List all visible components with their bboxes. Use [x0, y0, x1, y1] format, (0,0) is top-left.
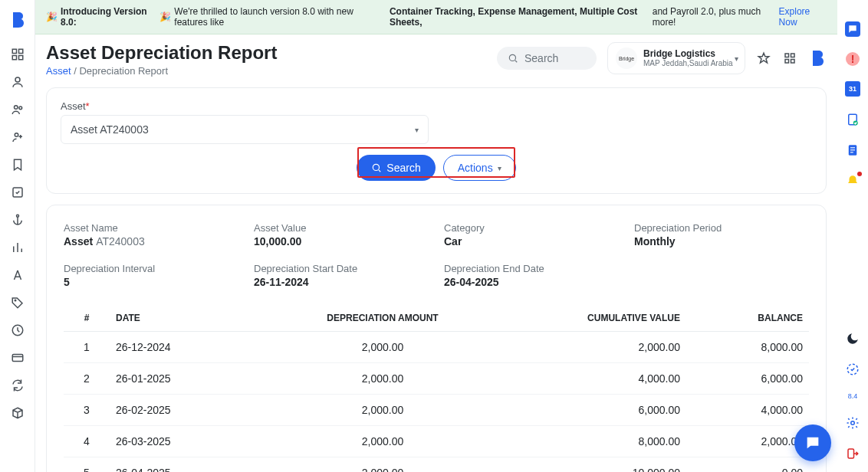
cell-date: 26-01-2025	[110, 363, 232, 395]
user-plus-icon[interactable]	[11, 130, 25, 144]
svg-rect-3	[18, 56, 22, 60]
clock-icon[interactable]	[11, 323, 25, 337]
cell-cumulative: 8,000.00	[533, 426, 686, 457]
svg-rect-26	[791, 60, 795, 64]
th-balance: BALANCE	[686, 305, 809, 332]
font-icon[interactable]	[11, 268, 25, 282]
table-row: 5 26-04-2025 2,000.00 10,000.00 0.00	[64, 457, 809, 473]
breadcrumb: Asset / Depreciation Report	[46, 65, 277, 77]
asset-value-value: 10,000.00	[254, 235, 429, 247]
search-button[interactable]: Search	[357, 155, 435, 181]
search-placeholder: Search	[524, 52, 558, 64]
tag-icon[interactable]	[11, 296, 25, 310]
svg-rect-17	[850, 149, 855, 150]
favorite-button[interactable]	[756, 51, 771, 66]
user-icon[interactable]	[11, 75, 25, 89]
anchor-icon[interactable]	[11, 213, 25, 227]
chat-bubble[interactable]	[794, 424, 831, 461]
svg-point-9	[16, 215, 18, 217]
credit-card-icon[interactable]	[11, 351, 25, 365]
banner-title: Introducing Version 8.0:	[61, 6, 156, 28]
svg-rect-21	[848, 449, 854, 458]
chevron-down-icon: ▾	[735, 54, 738, 63]
dashboard-icon[interactable]	[11, 48, 25, 61]
svg-point-22	[509, 54, 515, 61]
cell-amount: 2,000.00	[232, 395, 533, 426]
svg-rect-24	[791, 54, 795, 57]
cell-num: 2	[64, 363, 110, 395]
cell-date: 26-12-2024	[110, 332, 232, 363]
asset-select[interactable]: Asset AT240003 ▾	[61, 115, 429, 144]
cell-amount: 2,000.00	[232, 332, 533, 363]
bell-icon[interactable]	[845, 173, 860, 188]
global-search[interactable]: Search	[497, 47, 597, 70]
cube-icon[interactable]	[11, 406, 25, 420]
table-row: 3 26-02-2025 2,000.00 6,000.00 4,000.00	[64, 395, 809, 426]
svg-point-6	[18, 107, 21, 110]
bar-chart-icon[interactable]	[11, 241, 25, 254]
org-logo: Bridge	[616, 48, 637, 69]
cell-date: 26-02-2025	[110, 395, 232, 426]
svg-rect-18	[850, 152, 853, 152]
bookmark-icon[interactable]	[11, 158, 25, 172]
cell-amount: 2,000.00	[232, 363, 533, 395]
org-name: Bridge Logistics	[643, 48, 733, 59]
logout-icon[interactable]	[845, 446, 860, 461]
dark-mode-icon[interactable]	[845, 331, 860, 346]
brand-logo[interactable]	[808, 49, 827, 67]
cell-num: 4	[64, 426, 110, 457]
breadcrumb-current: Depreciation Report	[79, 65, 168, 77]
chevron-down-icon: ▾	[498, 164, 501, 172]
document-icon[interactable]	[845, 143, 860, 158]
edit-icon[interactable]	[11, 185, 25, 199]
filter-card: Asset* Asset AT240003 ▾ Search Actions ▾	[46, 87, 827, 194]
table-row: 1 26-12-2024 2,000.00 2,000.00 8,000.00	[64, 332, 809, 363]
banner-link[interactable]: Explore Now	[779, 6, 827, 28]
period-label: Depreciation Period	[634, 222, 809, 234]
cell-date: 26-03-2025	[110, 426, 232, 457]
svg-point-7	[15, 133, 18, 137]
breadcrumb-root[interactable]: Asset	[46, 65, 71, 77]
svg-point-10	[15, 300, 16, 301]
category-value: Car	[444, 235, 619, 247]
actions-button[interactable]: Actions ▾	[443, 155, 516, 181]
right-sidebar: ! 31 8.4	[837, 0, 868, 472]
svg-point-27	[373, 164, 380, 170]
search-icon	[371, 162, 382, 173]
promo-banner: 🎉 Introducing Version 8.0: 🎉 We're thril…	[35, 0, 837, 34]
svg-rect-0	[12, 49, 16, 53]
svg-point-4	[15, 77, 20, 82]
category-label: Category	[444, 222, 619, 234]
cell-num: 3	[64, 395, 110, 426]
asset-name-value: AssetAT240003	[64, 235, 238, 247]
main-content: 🎉 Introducing Version 8.0: 🎉 We're thril…	[35, 0, 837, 472]
period-value: Monthly	[634, 235, 809, 247]
users-icon[interactable]	[11, 103, 25, 116]
asset-name-label: Asset Name	[64, 222, 238, 234]
search-icon	[508, 53, 518, 64]
th-cumulative: CUMULATIVE VALUE	[533, 305, 686, 332]
table-row: 2 26-01-2025 2,000.00 4,000.00 6,000.00	[64, 363, 809, 395]
alert-icon[interactable]: !	[846, 52, 860, 66]
cell-balance: 8,000.00	[686, 332, 809, 363]
cell-cumulative: 4,000.00	[533, 363, 686, 395]
org-selector[interactable]: Bridge Bridge Logistics MAP Jeddah,Saudi…	[607, 42, 745, 74]
asset-field-label: Asset*	[61, 100, 812, 112]
banner-text-post: and Payroll 2.0, plus much more!	[653, 6, 776, 28]
note-check-icon[interactable]	[845, 112, 860, 127]
cell-balance: 0.00	[686, 457, 809, 473]
calendar-icon[interactable]: 31	[845, 81, 860, 97]
th-num: #	[64, 305, 110, 332]
settings-icon[interactable]	[845, 415, 860, 431]
apps-button[interactable]	[782, 51, 797, 66]
th-date: DATE	[110, 305, 232, 332]
cell-date: 26-04-2025	[110, 457, 232, 473]
svg-rect-23	[785, 54, 789, 57]
sync-icon[interactable]	[11, 379, 25, 392]
start-date-label: Depreciation Start Date	[254, 263, 429, 274]
app-logo[interactable]	[8, 11, 27, 29]
banner-features: Container Tracking, Expense Management, …	[390, 6, 649, 28]
chat-icon[interactable]	[845, 21, 860, 37]
svg-rect-16	[850, 147, 855, 148]
status-check-icon[interactable]	[845, 362, 860, 377]
